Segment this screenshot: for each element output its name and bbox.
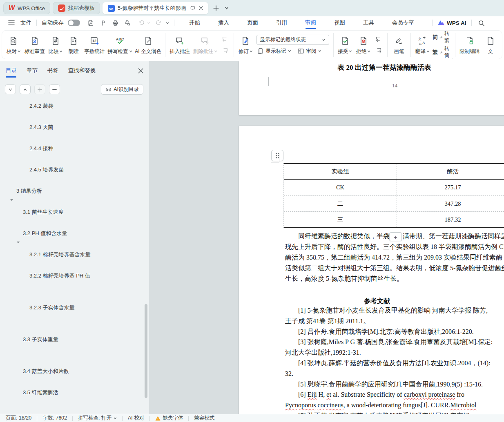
menu-item-开始[interactable]: 开始 [189, 16, 200, 29]
hamburger-icon[interactable] [7, 18, 16, 28]
ribbon-button-拒绝[interactable]: 拒绝 [354, 33, 372, 56]
print-preview-icon[interactable] [123, 18, 132, 28]
sidebar-tab-目录[interactable]: 目录 [6, 67, 17, 78]
toc-expand-caret-icon[interactable] [10, 198, 13, 202]
ribbon-button-文[interactable]: 文 [482, 33, 500, 56]
reference-line: [3] 张树庭,Miles P G 著.杨国良,张金霞译.食用蕈菌及其栽培[M]… [285, 337, 493, 347]
ribbon-button-AI 全文润色[interactable]: AI 全文润色 [134, 33, 163, 56]
toc-item[interactable]: 3.5 纤维素酶活 [23, 389, 58, 396]
prev-change-icon[interactable] [374, 35, 383, 43]
new-tab-button[interactable] [211, 3, 221, 13]
file-menu[interactable]: 文件 [20, 19, 31, 27]
markup-state-dropdown[interactable]: 显示标记的最终状态 [256, 35, 329, 45]
toc-item[interactable]: 3.3 子实体重量 [23, 336, 58, 343]
document-page-18[interactable]: 表 20 出过第一茬菇漆酶酶活表 14 [239, 61, 504, 115]
ribbon-button-转简[interactable]: 繁转简 [433, 45, 452, 59]
redo-icon[interactable] [154, 18, 163, 28]
search-icon[interactable] [477, 18, 486, 28]
statusbar: 页面: 18/20字数: 7602拼写检查: 打开AI 校对缺失字体兼容模式 [0, 414, 504, 422]
menu-item-审阅[interactable]: 审阅 [305, 16, 316, 29]
app-tab[interactable]: 找稻壳模板 [53, 2, 100, 14]
ribbon-button-比较[interactable]: 比较 [47, 33, 65, 56]
table-row[interactable]: 二347.28 [284, 195, 504, 211]
ribbon-button-翻译[interactable]: 文A翻译 [413, 33, 432, 56]
save-icon[interactable] [86, 18, 96, 28]
ribbon-button-拼写检查[interactable]: ABC拼写检查 [106, 33, 134, 56]
toc-item[interactable]: 3.4 菇盖大小和片数 [23, 368, 69, 375]
ribbon-button-画笔[interactable]: 画笔 [390, 33, 408, 56]
sidebar-scrollbar[interactable] [145, 304, 147, 398]
ribbon-button-限制编辑[interactable]: 限制编辑 [458, 33, 482, 56]
ribbon-button-标准审查[interactable]: 标准审查 [23, 33, 47, 56]
reference-line: [6] Eiji H, et al. Substrate Specificity… [285, 389, 493, 400]
minus-icon-button[interactable] [49, 84, 60, 94]
ai-outline-button[interactable]: AI识别目录 [101, 84, 143, 95]
toc-item[interactable]: 2.4.3 灭菌 [29, 124, 54, 131]
status-缺失字体[interactable]: 缺失字体 [155, 415, 183, 422]
table-row[interactable]: 三187.32 [284, 211, 504, 227]
toc-item[interactable]: 3.2.1 棉籽壳培养基含水量 [29, 251, 91, 258]
toc-item[interactable]: 3.2.3 子实体含水量 [29, 304, 75, 311]
sidebar-toolbar: AI识别目录 [5, 84, 143, 95]
present-monitor-icon[interactable] [190, 5, 196, 11]
document-page-19[interactable]: 实验组酶活CK275.17二347.28三187.32 + 同纤维素酶活的数据类… [239, 126, 504, 414]
toc-item[interactable]: 3.1 菌丝生长速度 [23, 209, 64, 216]
sidebar-tab-查找和替换[interactable]: 查找和替换 [68, 67, 96, 78]
ribbon-button-转繁[interactable]: 简转繁 [433, 30, 452, 44]
ribbon-button-审阅[interactable]: 审阅 [297, 47, 321, 55]
ribbon-button-朗读[interactable]: 朗读 [65, 33, 83, 56]
menu-item-引用[interactable]: 引用 [276, 16, 287, 29]
autosave-toggle[interactable] [68, 20, 80, 26]
ribbon-nav-buttons[interactable] [372, 35, 385, 55]
menu-item-插入[interactable]: 插入 [218, 16, 229, 29]
app-tab[interactable]: W5-氮杂胞苷对平菇生长的影响 [103, 2, 208, 14]
toc-item[interactable]: 2.4.2 装袋 [29, 102, 54, 110]
menu-item-视图[interactable]: 视图 [334, 16, 345, 29]
next-change-icon[interactable] [374, 47, 383, 55]
ribbon-button-插入批注[interactable]: 插入批注 [168, 33, 192, 56]
menu-item-会员专享[interactable]: 会员专享 [392, 16, 414, 29]
ribbon-button-label: 接受 [338, 48, 352, 55]
ribbon-button-修订[interactable]: 修订 [236, 33, 255, 56]
status-字数[interactable]: 字数: 7602 [42, 415, 67, 422]
tab-list-button[interactable] [221, 3, 232, 13]
ribbon-button-显示标记[interactable]: 显示标记 [256, 47, 291, 55]
status-拼写检查[interactable]: 拼写检查: 打开 [78, 415, 117, 422]
undo-chevron-icon[interactable] [147, 21, 150, 24]
toc-item[interactable]: 3.2 PH 值和含水量 [23, 230, 67, 237]
toc-item[interactable]: 3.2.2 棉籽壳培养基 PH 值 [29, 272, 90, 280]
word-count-icon: 12 [89, 35, 99, 47]
statusbar-divider [72, 416, 73, 421]
dialog-launcher-icon[interactable] [451, 58, 455, 59]
toc-expand-caret-icon[interactable] [16, 240, 20, 244]
print-icon[interactable] [110, 18, 120, 28]
redo-chevron-icon[interactable] [166, 21, 169, 24]
chevron-up-icon-button[interactable] [20, 84, 31, 94]
toc-item[interactable]: 2.4.5 培养发菌 [29, 166, 64, 173]
sidebar-tab-章节[interactable]: 章节 [27, 67, 38, 78]
toc-item[interactable]: 3 结果分析 [16, 187, 42, 195]
ribbon-button-接受[interactable]: 接受 [336, 33, 355, 56]
status-页面[interactable]: 页面: 18/20 [6, 415, 31, 422]
undo-icon[interactable] [136, 18, 146, 28]
ribbon-button-校对[interactable]: 校对 [4, 33, 23, 56]
status-兼容模式[interactable]: 兼容模式 [194, 415, 214, 422]
export-pdf-icon[interactable] [98, 18, 108, 28]
sidebar-tab-书签[interactable]: 书签 [47, 67, 58, 78]
table-add-row-button[interactable]: + [389, 232, 402, 241]
chevron-down-icon-button[interactable] [5, 84, 16, 94]
app-tab[interactable]: WWPS Office [3, 2, 50, 14]
wps-ai-button[interactable]: WPS AI [437, 20, 466, 26]
enzyme-table[interactable]: 实验组酶活CK275.17二347.28三187.32 [283, 163, 504, 228]
menu-item-页面[interactable]: 页面 [247, 16, 258, 29]
reference-line: Pycnoporus coccineus, a wood-deteriorati… [285, 400, 493, 411]
table-row[interactable]: CK275.17 [284, 180, 504, 195]
toc-item[interactable]: 2.4.4 接种 [29, 145, 54, 152]
status-AI 校对[interactable]: AI 校对 [128, 415, 144, 422]
sidebar-close-icon[interactable] [138, 68, 143, 77]
menu-item-工具[interactable]: 工具 [363, 16, 374, 29]
references-list[interactable]: [1] 5-氮杂胞苷对小麦生长发育及甲基化的影响 河南大学学报 陈芳,王子成 第… [285, 305, 493, 414]
ribbon-button-字数统计[interactable]: 12字数统计 [83, 33, 106, 56]
document-area[interactable]: 表 20 出过第一茬菇漆酶酶活表 14 实验组酶活CK275.17二347.28… [149, 61, 504, 414]
close-icon[interactable] [199, 6, 203, 10]
